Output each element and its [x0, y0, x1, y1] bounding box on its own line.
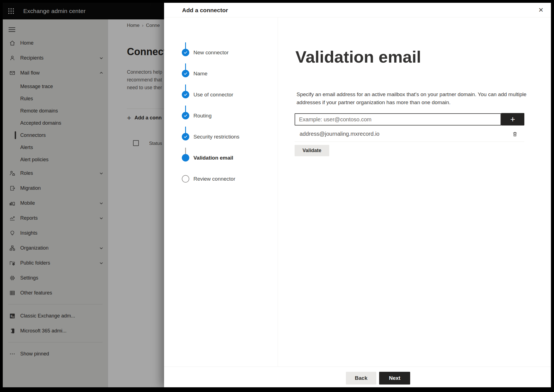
step-label: New connector: [193, 50, 229, 56]
wizard-step-name[interactable]: Name: [164, 70, 278, 77]
wizard-step-new-connector[interactable]: New connector: [164, 49, 278, 56]
wizard-step-routing[interactable]: Routing: [164, 112, 278, 119]
next-button[interactable]: Next: [379, 372, 410, 385]
trash-icon: [512, 131, 518, 137]
step-current-dot: [182, 154, 189, 162]
delete-email-button[interactable]: [510, 129, 520, 139]
wizard-step-review-connector[interactable]: Review connector: [164, 175, 278, 183]
validation-email-address: address@journaling.mxrecord.io: [300, 131, 379, 137]
validate-button[interactable]: Validate: [295, 145, 329, 156]
wizard-page-description: Specify an email address for an active m…: [297, 90, 535, 106]
dialog-title: Add a connector: [182, 3, 228, 17]
wizard-step-validation-email[interactable]: Validation email: [164, 154, 278, 162]
add-connector-dialog: Add a connector ✕ New connector Name: [164, 3, 551, 387]
step-label: Review connector: [193, 176, 235, 182]
step-check-icon: [182, 49, 189, 56]
wizard-step-use-of-connector[interactable]: Use of connector: [164, 91, 278, 98]
dialog-footer-divider: [164, 367, 551, 367]
wizard-page-heading: Validation email: [295, 49, 421, 65]
wizard-steps-panel: New connector Name Use of connector Rout…: [164, 17, 278, 367]
step-check-icon: [182, 70, 189, 77]
wizard-step-security-restrictions[interactable]: Security restrictions: [164, 133, 278, 140]
validation-email-input[interactable]: [295, 113, 501, 125]
step-empty-circle: [182, 175, 189, 183]
step-label: Use of connector: [193, 92, 233, 98]
step-label: Routing: [193, 113, 212, 119]
screen: Exchange admin center Home: [3, 3, 551, 387]
step-check-icon: [182, 91, 189, 98]
close-icon[interactable]: ✕: [535, 4, 547, 16]
step-check-icon: [182, 112, 189, 119]
step-check-icon: [182, 133, 189, 140]
add-email-button[interactable]: +: [501, 113, 524, 125]
email-list-divider: [295, 142, 524, 142]
dialog-header: Add a connector ✕: [164, 3, 551, 17]
back-button[interactable]: Back: [346, 372, 376, 385]
step-label: Security restrictions: [193, 134, 239, 140]
step-label: Validation email: [193, 155, 233, 161]
step-label: Name: [193, 71, 208, 77]
